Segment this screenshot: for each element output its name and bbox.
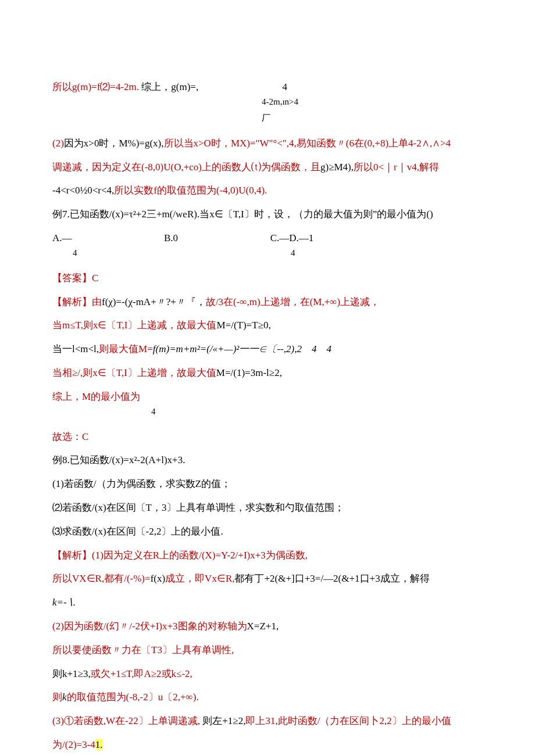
text: k=-∖. <box>52 591 483 615</box>
analysis-label: 【解析】由 <box>52 296 102 307</box>
text: 则左+1≥2, <box>202 715 245 726</box>
text: 故选：C <box>52 425 483 449</box>
text: 4 <box>151 407 156 416</box>
text: 即上31, <box>245 715 277 726</box>
text: 故/3在(-∞,m)上递增，在(M,+∞)上递减， <box>206 296 380 307</box>
text: 或欠+1≤T, <box>91 668 134 679</box>
text: 则x∈〔T,I〕上递减，故最大值 <box>83 320 217 331</box>
text: 调递减，因为定义在(-8,0)U(O,+co)上的函数人⒯为偶函数，且 <box>52 162 320 173</box>
text: -4<r<0½0<r<4, <box>52 185 114 196</box>
text: X=Z+1, <box>247 621 279 632</box>
text: 都有/(-%)= <box>104 573 150 584</box>
text: 所以0<｜r｜v4, <box>354 162 419 173</box>
q8-part3: ⑶求函数/(x)在区间〔-2,2〕上的最小值. <box>52 520 483 544</box>
text: 则最大值M= <box>99 343 153 354</box>
text: 此时函数/（力在区间卜2,2〕上的最小值 <box>278 715 451 726</box>
q8-part2: ⑵若函数/(x)在区间〔T，3〕上具有单调性，求实数和勺取值范围； <box>52 496 483 520</box>
text: f(m)=m+m²=(/«+—)²一一∈〔--,2),2 4 4 <box>153 343 331 354</box>
text: k <box>62 691 67 703</box>
text: 则 <box>52 691 62 703</box>
text: 因为x>0时，M%)=g(x), <box>64 138 164 149</box>
option-a: A.— <box>52 232 72 243</box>
question-8: 例8.已知函数/(x)=x²-2(A+l)x+3. <box>52 449 483 472</box>
text: 当一l<m<l, <box>52 343 99 354</box>
text: (2) <box>52 138 64 149</box>
text: (2)因为函数/(幻〃/-2伏+I)x+3图象的对称轴为 <box>52 621 247 632</box>
text: 为/(2)=3-4 <box>52 739 95 750</box>
text: (1)因为定义在R上的函数/(X)=Y-2/+I)x+3为偶函数, <box>92 550 308 561</box>
text: 所以g(m)=f⑵=4-2m. <box>52 81 139 92</box>
text: 综上，g(m)=, <box>141 81 198 92</box>
text: 厂 <box>262 113 270 123</box>
text: 所以要使函数〃力在〔T3〕上具有单调性, <box>52 639 483 662</box>
text: f(χ)=-(χ-mA+〃?+〃『， <box>102 296 206 307</box>
text: 都有丁+2(&+]口+3=/—2(&+1口+3成立，解得 <box>234 573 429 584</box>
text: 4-2m,ın>4 <box>262 97 298 106</box>
answer-label: 【答案】C <box>52 267 483 291</box>
text: 解得 <box>419 162 439 173</box>
text: 综上，M的最小值为 <box>52 391 140 402</box>
frac-a: 4 <box>73 248 77 257</box>
text: f(x) <box>151 573 165 584</box>
question-7: 例7.已知函数/(x)=τ²+2三+m(/weR).当x∈〔T,I〕时，设，（力… <box>52 203 483 227</box>
text: 当m≤T, <box>52 320 83 331</box>
text: 所以实数f的取值范围为(-4,0)U(0,4). <box>114 185 267 196</box>
q8-part1: (1)若函数/（力为偶函数，求实数Z的值； <box>52 472 483 496</box>
text: 则k+1≥3, <box>52 668 91 679</box>
text: 当相≥/, <box>52 367 83 378</box>
highlight: 1. <box>95 739 103 750</box>
text: 所以VX∈R, <box>52 573 104 584</box>
text: 易知函数〃(6在(0,+8)上单4-2∧,∧>4 <box>297 138 451 149</box>
text: M=/(T)=T≥0, <box>216 320 270 331</box>
text: g)≥M4), <box>320 162 354 173</box>
text: M=/(1)=3m-l≥2, <box>216 367 282 378</box>
text: (3)①若函数,W在-22〕上单调递减, <box>52 715 200 726</box>
frac-c: 4 <box>291 248 295 257</box>
text: 所以当x>O时，MX)="W"°<",4, <box>164 138 297 149</box>
text: 则x∈〔T,I〕上递增，故最大值 <box>83 367 216 378</box>
text: 成立，即Vx∈R, <box>165 573 234 584</box>
text: 即A≥2或k≤-2, <box>134 668 192 679</box>
analysis-label: 【解析】 <box>52 550 92 561</box>
text: 的取值范围为(-8,-2〕u〔2,+∞). <box>67 691 199 703</box>
